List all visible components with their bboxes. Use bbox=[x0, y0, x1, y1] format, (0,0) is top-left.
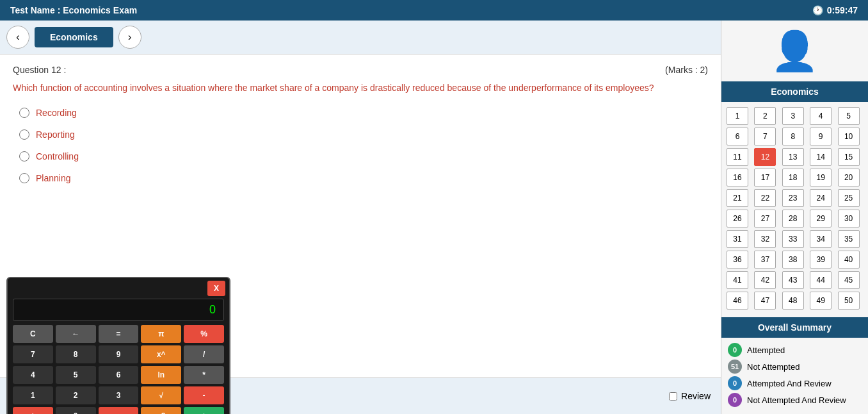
question-grid-btn-31[interactable]: 31 bbox=[727, 230, 748, 248]
question-grid-btn-47[interactable]: 47 bbox=[754, 292, 776, 310]
option-recording-label: Recording bbox=[36, 108, 77, 118]
question-grid-btn-32[interactable]: 32 bbox=[754, 230, 776, 248]
calc-btn-15[interactable]: 1 bbox=[13, 386, 53, 404]
question-grid-btn-21[interactable]: 21 bbox=[727, 189, 748, 207]
question-grid-btn-8[interactable]: 8 bbox=[782, 128, 804, 145]
option-reporting-radio[interactable] bbox=[19, 129, 29, 140]
question-grid-btn-40[interactable]: 40 bbox=[838, 251, 860, 269]
calc-btn-18[interactable]: √ bbox=[141, 386, 181, 404]
prev-tab-button[interactable]: ‹ bbox=[6, 26, 29, 49]
question-grid-btn-10[interactable]: 10 bbox=[838, 128, 860, 145]
calc-btn-23[interactable]: x2 bbox=[141, 407, 181, 414]
review-section: Review bbox=[669, 391, 711, 401]
question-grid-btn-50[interactable]: 50 bbox=[838, 292, 860, 310]
calc-btn-14[interactable]: * bbox=[184, 366, 224, 384]
clock-icon: 🕐 bbox=[812, 5, 823, 15]
question-grid-btn-3[interactable]: 3 bbox=[782, 107, 804, 125]
not-attempted-review-row: 0 Not Attempted And Review bbox=[728, 393, 862, 407]
calc-btn-21[interactable]: 0 bbox=[56, 407, 96, 414]
question-grid-btn-19[interactable]: 19 bbox=[810, 169, 832, 186]
option-planning[interactable]: Planning bbox=[19, 173, 708, 183]
question-grid-btn-41[interactable]: 41 bbox=[727, 271, 748, 289]
question-grid-btn-11[interactable]: 11 bbox=[727, 148, 748, 166]
question-grid-btn-5[interactable]: 5 bbox=[838, 107, 860, 125]
question-header: Question 12 : (Marks : 2) bbox=[13, 65, 708, 75]
calc-btn-16[interactable]: 2 bbox=[56, 386, 96, 404]
calc-btn-24[interactable]: + bbox=[184, 407, 224, 414]
question-grid-btn-43[interactable]: 43 bbox=[782, 271, 804, 289]
calc-btn-1[interactable]: ← bbox=[56, 325, 96, 343]
question-grid-btn-18[interactable]: 18 bbox=[782, 169, 804, 186]
option-reporting[interactable]: Reporting bbox=[19, 129, 708, 140]
attempted-row: 0 Attempted bbox=[728, 343, 862, 357]
question-grid-btn-6[interactable]: 6 bbox=[727, 128, 748, 145]
question-grid-btn-42[interactable]: 42 bbox=[754, 271, 776, 289]
question-grid-btn-37[interactable]: 37 bbox=[754, 251, 776, 269]
question-grid-btn-46[interactable]: 46 bbox=[727, 292, 748, 310]
question-grid-btn-4[interactable]: 4 bbox=[810, 107, 832, 125]
calc-btn-17[interactable]: 3 bbox=[99, 386, 139, 404]
calc-buttons: C←=π%789x^/456ln*123√-±0.x2+()cossintan bbox=[8, 325, 229, 414]
option-recording-radio[interactable] bbox=[19, 108, 29, 118]
question-grid-btn-48[interactable]: 48 bbox=[782, 292, 804, 310]
right-panel: 👤 Economics 1234567891011121314151617181… bbox=[721, 21, 868, 414]
question-grid-btn-29[interactable]: 29 bbox=[810, 210, 832, 228]
question-grid-btn-12[interactable]: 12 bbox=[754, 148, 776, 166]
calc-btn-11[interactable]: 5 bbox=[56, 366, 96, 384]
question-grid-btn-14[interactable]: 14 bbox=[810, 148, 832, 166]
question-grid-btn-9[interactable]: 9 bbox=[810, 128, 832, 145]
option-planning-radio[interactable] bbox=[19, 173, 29, 183]
calc-btn-9[interactable]: / bbox=[184, 345, 224, 363]
question-grid-btn-38[interactable]: 38 bbox=[782, 251, 804, 269]
option-controlling-label: Controlling bbox=[36, 151, 79, 161]
question-grid-btn-36[interactable]: 36 bbox=[727, 251, 748, 269]
calc-btn-4[interactable]: % bbox=[184, 325, 224, 343]
calc-btn-6[interactable]: 8 bbox=[56, 345, 96, 363]
question-grid-btn-20[interactable]: 20 bbox=[838, 169, 860, 186]
question-grid-btn-24[interactable]: 24 bbox=[810, 189, 832, 207]
question-grid-btn-26[interactable]: 26 bbox=[727, 210, 748, 228]
question-grid-btn-2[interactable]: 2 bbox=[754, 107, 776, 125]
question-grid-btn-45[interactable]: 45 bbox=[838, 271, 860, 289]
calc-btn-8[interactable]: x^ bbox=[141, 345, 181, 363]
not-attempted-review-label: Not Attempted And Review bbox=[747, 395, 846, 405]
next-tab-button[interactable]: › bbox=[118, 26, 141, 49]
option-controlling[interactable]: Controlling bbox=[19, 151, 708, 161]
calc-btn-5[interactable]: 7 bbox=[13, 345, 53, 363]
calc-btn-12[interactable]: 6 bbox=[99, 366, 139, 384]
question-grid-btn-25[interactable]: 25 bbox=[838, 189, 860, 207]
question-grid-btn-28[interactable]: 28 bbox=[782, 210, 804, 228]
question-grid-btn-15[interactable]: 15 bbox=[838, 148, 860, 166]
question-grid-btn-23[interactable]: 23 bbox=[782, 189, 804, 207]
not-attempted-review-badge: 0 bbox=[728, 393, 742, 407]
question-grid-btn-1[interactable]: 1 bbox=[727, 107, 748, 125]
calc-btn-13[interactable]: ln bbox=[141, 366, 181, 384]
question-grid-btn-35[interactable]: 35 bbox=[838, 230, 860, 248]
calc-btn-7[interactable]: 9 bbox=[99, 345, 139, 363]
option-planning-label: Planning bbox=[36, 173, 71, 183]
question-grid-btn-30[interactable]: 30 bbox=[838, 210, 860, 228]
review-checkbox[interactable] bbox=[669, 392, 677, 401]
question-grid-btn-49[interactable]: 49 bbox=[810, 292, 832, 310]
calc-btn-10[interactable]: 4 bbox=[13, 366, 53, 384]
option-recording[interactable]: Recording bbox=[19, 108, 708, 118]
calc-close-button[interactable]: X bbox=[207, 281, 225, 296]
option-controlling-radio[interactable] bbox=[19, 151, 29, 161]
question-grid-btn-34[interactable]: 34 bbox=[810, 230, 832, 248]
question-grid-btn-44[interactable]: 44 bbox=[810, 271, 832, 289]
question-grid-btn-39[interactable]: 39 bbox=[810, 251, 832, 269]
calc-btn-2[interactable]: = bbox=[99, 325, 139, 343]
calc-btn-22[interactable]: . bbox=[99, 407, 139, 414]
question-grid-btn-27[interactable]: 27 bbox=[754, 210, 776, 228]
question-grid-btn-16[interactable]: 16 bbox=[727, 169, 748, 186]
question-grid-btn-7[interactable]: 7 bbox=[754, 128, 776, 145]
calc-btn-3[interactable]: π bbox=[141, 325, 181, 343]
question-grid-btn-33[interactable]: 33 bbox=[782, 230, 804, 248]
active-subject-tab[interactable]: Economics bbox=[35, 27, 113, 47]
question-grid-btn-17[interactable]: 17 bbox=[754, 169, 776, 186]
question-grid-btn-22[interactable]: 22 bbox=[754, 189, 776, 207]
calc-btn-20[interactable]: ± bbox=[13, 407, 53, 414]
question-grid-btn-13[interactable]: 13 bbox=[782, 148, 804, 166]
calc-btn-19[interactable]: - bbox=[184, 386, 224, 404]
calc-btn-0[interactable]: C bbox=[13, 325, 53, 343]
